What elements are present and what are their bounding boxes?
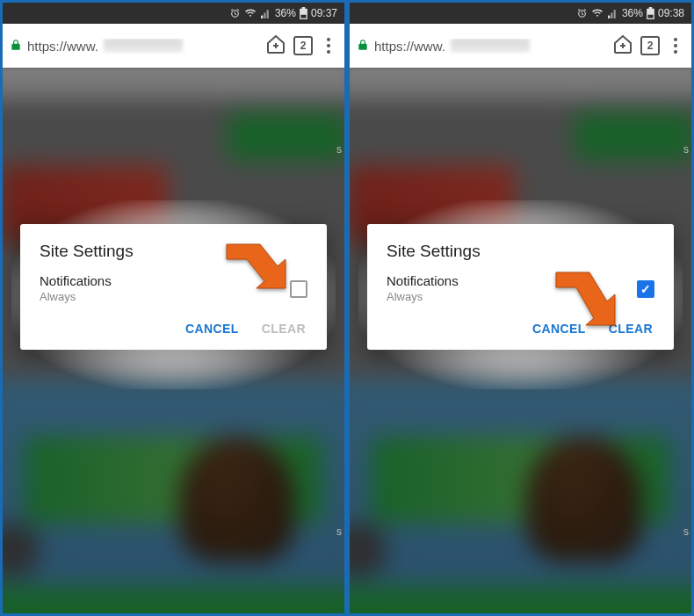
phone-left: 36% 09:37 https://www. 2 s s Site Settin… <box>3 3 344 613</box>
url-text: https://www. <box>27 39 98 54</box>
svg-rect-1 <box>647 15 653 18</box>
home-plus-icon[interactable] <box>265 33 286 58</box>
notifications-row[interactable]: Notifications Always <box>40 273 307 304</box>
svg-rect-0 <box>300 15 306 18</box>
cancel-button[interactable]: CANCEL <box>185 322 239 336</box>
clock-text: 09:38 <box>658 7 684 19</box>
status-bar: 36% 09:38 <box>350 3 691 24</box>
url-text: https://www. <box>374 39 445 54</box>
signal-icon <box>607 8 618 19</box>
wifi-icon <box>591 8 604 19</box>
site-settings-dialog: Site Settings Notifications Always CANCE… <box>20 224 327 350</box>
tab-count[interactable]: 2 <box>640 36 660 55</box>
notifications-row[interactable]: Notifications Always ✓ <box>387 273 654 304</box>
decorative-text: s <box>336 143 342 156</box>
decorative-text: s <box>683 143 689 156</box>
battery-icon <box>300 7 307 19</box>
notifications-label: Notifications <box>387 273 459 290</box>
cancel-button[interactable]: CANCEL <box>532 322 586 336</box>
status-bar: 36% 09:37 <box>3 3 344 24</box>
battery-icon <box>647 7 654 19</box>
decorative-text: s <box>336 525 342 538</box>
notifications-sublabel: Always <box>387 290 459 304</box>
tab-count[interactable]: 2 <box>293 36 313 55</box>
url-redacted <box>104 39 183 53</box>
decorative-text: s <box>683 525 689 538</box>
menu-icon[interactable] <box>320 38 337 54</box>
notifications-sublabel: Always <box>40 290 112 304</box>
dialog-title: Site Settings <box>387 242 654 261</box>
notifications-label: Notifications <box>40 273 112 290</box>
url-redacted <box>451 39 530 53</box>
alarm-icon <box>576 8 588 19</box>
url-field[interactable]: https://www. <box>10 39 258 54</box>
alarm-icon <box>229 8 241 19</box>
clock-text: 09:37 <box>311 7 337 19</box>
notifications-checkbox[interactable]: ✓ <box>637 280 654 298</box>
lock-icon <box>10 39 22 54</box>
home-plus-icon[interactable] <box>612 33 633 58</box>
notifications-checkbox[interactable] <box>290 280 307 298</box>
clear-button: CLEAR <box>262 322 306 336</box>
battery-percent: 36% <box>622 7 643 19</box>
menu-icon[interactable] <box>667 38 684 54</box>
wifi-icon <box>244 8 257 19</box>
signal-icon <box>260 8 271 19</box>
url-bar: https://www. 2 <box>350 24 691 68</box>
dialog-title: Site Settings <box>40 242 307 261</box>
url-bar: https://www. 2 <box>3 24 344 68</box>
site-settings-dialog: Site Settings Notifications Always ✓ CAN… <box>367 224 674 350</box>
phone-right: 36% 09:38 https://www. 2 s s Site Settin… <box>350 3 691 613</box>
url-field[interactable]: https://www. <box>357 39 605 54</box>
clear-button[interactable]: CLEAR <box>609 322 653 336</box>
battery-percent: 36% <box>275 7 296 19</box>
lock-icon <box>357 39 369 54</box>
